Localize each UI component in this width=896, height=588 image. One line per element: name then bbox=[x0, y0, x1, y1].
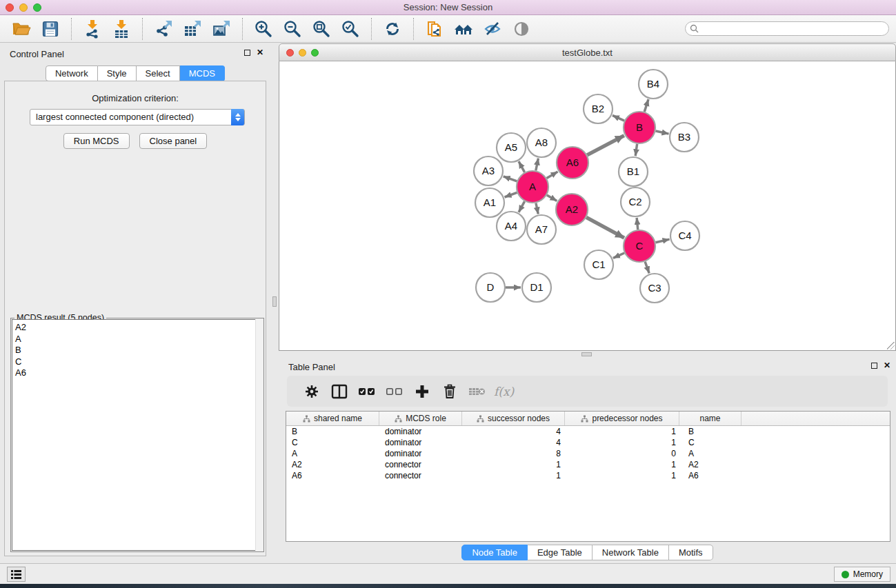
mcds-result-item[interactable]: A bbox=[12, 334, 262, 345]
mcds-result-list[interactable]: A2ABCA6 bbox=[12, 319, 263, 551]
add-column-icon[interactable] bbox=[408, 380, 436, 403]
graph-edge-A2-C[interactable] bbox=[586, 217, 624, 238]
graph-edge-C-C1[interactable] bbox=[613, 253, 624, 258]
column-header-successor-nodes[interactable]: successor nodes bbox=[462, 412, 565, 425]
close-panel-button[interactable]: Close panel bbox=[139, 133, 208, 149]
vertical-split-handle[interactable] bbox=[272, 296, 277, 307]
table-cell[interactable]: 1 bbox=[462, 471, 565, 480]
table-cell[interactable]: dominator bbox=[379, 438, 462, 447]
float-panel-icon[interactable] bbox=[244, 50, 250, 56]
window-resize-grip[interactable] bbox=[887, 342, 895, 349]
export-table-icon[interactable] bbox=[180, 17, 205, 41]
export-network-icon[interactable] bbox=[151, 17, 176, 41]
tab-network-table[interactable]: Network Table bbox=[593, 545, 669, 560]
tab-edge-table[interactable]: Edge Table bbox=[528, 545, 593, 560]
dropdown-stepper-icon[interactable] bbox=[231, 109, 244, 125]
table-cell[interactable]: connector bbox=[379, 460, 462, 469]
graph-edge-B-B3[interactable] bbox=[655, 131, 668, 134]
task-history-button[interactable] bbox=[7, 567, 26, 582]
table-cell[interactable]: connector bbox=[379, 471, 462, 480]
table-cell[interactable]: A2 bbox=[286, 460, 379, 469]
table-row[interactable]: A6connector11A6 bbox=[286, 470, 890, 481]
table-row[interactable]: Bdominator41B bbox=[286, 426, 890, 437]
zoom-fit-icon[interactable] bbox=[309, 17, 334, 41]
mcds-result-item[interactable]: A6 bbox=[12, 367, 262, 379]
mcds-result-item[interactable]: A2 bbox=[12, 320, 262, 334]
table-cell[interactable]: C bbox=[679, 438, 741, 447]
import-table-icon[interactable] bbox=[109, 17, 134, 41]
zoom-selected-icon[interactable] bbox=[338, 17, 363, 41]
network-canvas[interactable]: AA1A2A3A4A5A6A7A8BB1B2B3B4CC1C2C3C4DD1 bbox=[279, 61, 896, 351]
graph-edge-A-A7[interactable] bbox=[536, 203, 538, 214]
network-window-titlebar[interactable]: testGlobe.txt bbox=[279, 43, 896, 61]
close-panel-icon[interactable]: ✕ bbox=[257, 49, 263, 56]
table-cell[interactable]: 1 bbox=[565, 471, 679, 480]
table-cell[interactable]: 1 bbox=[565, 438, 679, 447]
tab-node-table[interactable]: Node Table bbox=[461, 545, 528, 560]
table-cell[interactable]: A bbox=[679, 449, 741, 458]
table-row[interactable]: Cdominator41C bbox=[286, 437, 890, 448]
delete-column-icon[interactable] bbox=[436, 380, 464, 403]
settings-gear-icon[interactable] bbox=[298, 380, 326, 403]
graph-edge-A-A6[interactable] bbox=[547, 172, 558, 179]
mcds-result-item[interactable]: B bbox=[12, 345, 262, 356]
zoom-in-icon[interactable] bbox=[251, 17, 276, 41]
duplicate-network-icon[interactable] bbox=[422, 17, 447, 41]
table-cell[interactable]: 0 bbox=[565, 449, 679, 458]
mcds-result-item[interactable]: C bbox=[12, 356, 262, 368]
graph-edge-A-A3[interactable] bbox=[504, 176, 517, 181]
export-image-icon[interactable] bbox=[209, 17, 234, 41]
table-cell[interactable]: dominator bbox=[379, 427, 462, 436]
graph-edge-C-C4[interactable] bbox=[655, 239, 669, 243]
graph-edge-C-C3[interactable] bbox=[645, 262, 649, 274]
table-cell[interactable]: B bbox=[286, 427, 379, 436]
optimization-criterion-dropdown[interactable]: largest connected component (directed) bbox=[30, 109, 245, 125]
table-cell[interactable]: A6 bbox=[679, 471, 741, 480]
graph-edge-A-A1[interactable] bbox=[505, 192, 517, 197]
table-cell[interactable]: 1 bbox=[565, 460, 679, 469]
table-cell[interactable]: B bbox=[679, 427, 741, 436]
memory-button[interactable]: Memory bbox=[834, 567, 890, 582]
table-cell[interactable]: 8 bbox=[462, 449, 565, 458]
save-session-icon[interactable] bbox=[38, 17, 63, 41]
table-cell[interactable]: 1 bbox=[462, 460, 565, 469]
refresh-icon[interactable] bbox=[380, 17, 405, 41]
close-table-panel-icon[interactable]: ✕ bbox=[884, 362, 890, 369]
graph-edge-B-B1[interactable] bbox=[635, 144, 637, 156]
horizontal-split-handle[interactable] bbox=[581, 352, 592, 356]
tab-select[interactable]: Select bbox=[137, 65, 180, 81]
table-cell[interactable]: A6 bbox=[286, 471, 379, 480]
column-header-MCDS-role[interactable]: MCDS role bbox=[379, 412, 462, 425]
show-all-icon[interactable] bbox=[509, 17, 534, 41]
tab-style[interactable]: Style bbox=[98, 65, 137, 81]
graph-edge-A6-B[interactable] bbox=[587, 136, 624, 155]
import-network-icon[interactable] bbox=[80, 17, 105, 41]
graph-edge-A-A8[interactable] bbox=[536, 159, 539, 171]
tab-motifs[interactable]: Motifs bbox=[669, 545, 713, 560]
hide-selected-icon[interactable] bbox=[480, 17, 505, 41]
table-row[interactable]: A2connector11A2 bbox=[286, 459, 890, 470]
column-header-shared-name[interactable]: shared name bbox=[286, 412, 379, 425]
graph-edge-C-C2[interactable] bbox=[637, 218, 638, 230]
graph-edge-A-A4[interactable] bbox=[519, 201, 525, 212]
open-session-icon[interactable] bbox=[9, 17, 34, 41]
float-table-panel-icon[interactable] bbox=[871, 363, 877, 369]
table-cell[interactable]: 4 bbox=[462, 427, 565, 436]
zoom-out-icon[interactable] bbox=[280, 17, 305, 41]
select-all-icon[interactable] bbox=[353, 380, 381, 403]
table-cell[interactable]: 4 bbox=[462, 438, 565, 447]
column-header-name[interactable]: name bbox=[679, 412, 741, 425]
table-cell[interactable]: 1 bbox=[565, 427, 679, 436]
search-input[interactable] bbox=[685, 21, 889, 36]
tab-mcds[interactable]: MCDS bbox=[180, 65, 225, 81]
table-cell[interactable]: dominator bbox=[379, 449, 462, 458]
graph-edge-B-B2[interactable] bbox=[613, 115, 624, 121]
table-cell[interactable]: C bbox=[286, 438, 379, 447]
graph-edge-B-B4[interactable] bbox=[644, 99, 648, 112]
deselect-all-icon[interactable] bbox=[381, 380, 408, 403]
tab-network[interactable]: Network bbox=[46, 65, 98, 81]
table-row[interactable]: Adominator80A bbox=[286, 448, 890, 459]
graph-edge-A-A5[interactable] bbox=[519, 161, 525, 172]
run-mcds-button[interactable]: Run MCDS bbox=[63, 133, 130, 149]
mcds-list-scrollbar[interactable] bbox=[255, 319, 263, 551]
